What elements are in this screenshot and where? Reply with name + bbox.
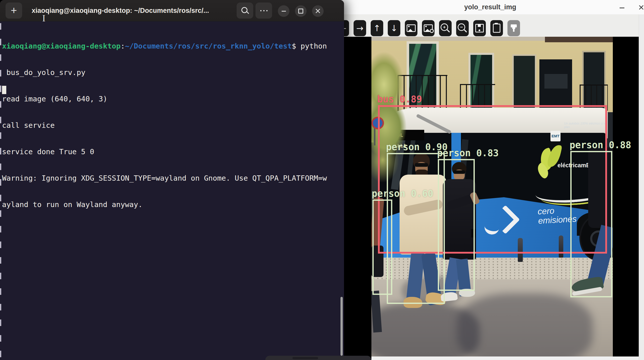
bottom-scrollbar[interactable] [265, 356, 371, 360]
zoom-in-button[interactable]: + [439, 20, 452, 36]
yolo-result-photo: M1 SOL SEVILLA EMT Un autobús 100% eléct… [371, 37, 613, 356]
viewer-bottom-strip [371, 356, 639, 360]
viewer-title: yolo_result_img [336, 0, 644, 14]
prompt-command: $ python [292, 42, 327, 50]
properties-button[interactable] [507, 20, 520, 36]
viewer-titlebar[interactable]: yolo_result_img [336, 0, 644, 15]
detection-box [570, 151, 612, 297]
down-arrow-icon: ↓ [391, 24, 398, 32]
up-arrow-icon: ↑ [373, 24, 381, 32]
bottom-scrollbar-thumb[interactable] [292, 357, 318, 359]
zoom-in-icon: + [441, 23, 448, 31]
viewer-canvas: M1 SOL SEVILLA EMT Un autobús 100% eléct… [336, 37, 639, 356]
prompt-line: xiaoqiang@xiaoqiang-desktop:~/Documents/… [2, 42, 343, 51]
desktop-screen: yolo_result_img ← → ↑ ↓ + − [0, 0, 644, 360]
prompt-path: ~/Documents/ros/src/ros_rknn_yolo/test [125, 42, 292, 50]
prompt-user: xiaoqiang@xiaoqiang-desktop [2, 42, 120, 50]
paintbrush-icon [511, 24, 517, 32]
minimize-button[interactable] [278, 5, 289, 17]
detection-box [387, 153, 445, 304]
viewer-right-margin[interactable] [639, 14, 644, 360]
pan-down-button[interactable]: ↓ [388, 20, 400, 36]
detection-overlay: bus 0.89person 0.90person 0.83person 0.6… [371, 37, 613, 356]
terminal-output[interactable]: xiaoqiang@xiaoqiang-desktop:~/Documents/… [2, 24, 343, 227]
prompt-separator: : [120, 42, 125, 50]
detection-label: person 0.83 [437, 148, 499, 158]
terminal-line: call service [2, 121, 343, 130]
close-button[interactable] [312, 5, 324, 17]
image-icon [407, 24, 416, 32]
zoom-region-button[interactable] [422, 20, 435, 36]
zoom-fit-button[interactable] [405, 20, 417, 36]
pan-right-button[interactable]: → [354, 20, 366, 36]
close-icon[interactable] [638, 5, 644, 11]
maximize-button[interactable] [295, 5, 307, 17]
right-arrow-icon: → [356, 24, 364, 32]
terminal-title: xiaoqiang@xiaoqiang-desktop: ~/Documents… [32, 0, 209, 21]
new-tab-button[interactable]: + [6, 3, 22, 19]
terminal-line: bus_do_yolo_srv.py [2, 68, 343, 77]
minimize-icon [282, 11, 286, 12]
menu-button[interactable] [255, 3, 272, 19]
terminal-line: ayland to run on Wayland anyway. [2, 200, 343, 209]
pan-up-button[interactable]: ↑ [371, 20, 383, 36]
save-icon [475, 24, 484, 32]
save-button[interactable] [473, 20, 486, 36]
mouse-ibeam-cursor: I [42, 13, 46, 24]
detection-box [438, 159, 475, 291]
ellipsis-menu-icon [260, 10, 268, 11]
clipboard-icon [493, 24, 500, 33]
detection-label: person 0.60 [372, 188, 433, 199]
detection-label: bus 0.89 [377, 94, 422, 105]
search-button[interactable] [237, 3, 253, 19]
terminal-line: service done True 5 0 [2, 147, 343, 156]
viewer-toolbar: ← → ↑ ↓ + − [336, 14, 644, 37]
minimize-icon[interactable] [620, 8, 624, 8]
detection-label: person 0.88 [570, 140, 631, 150]
zoom-out-icon: − [458, 23, 465, 31]
zoom-out-button[interactable]: − [456, 20, 469, 36]
terminal-titlebar[interactable]: + xiaoqiang@xiaoqiang-desktop: ~/Documen… [0, 0, 344, 21]
image-viewer-window: yolo_result_img ← → ↑ ↓ + − [336, 0, 644, 360]
copy-button[interactable] [490, 20, 503, 36]
terminal-scrollbar-thumb[interactable] [340, 297, 343, 356]
terminal-window: + xiaoqiang@xiaoqiang-desktop: ~/Documen… [0, 0, 344, 360]
image-search-icon [424, 24, 433, 32]
terminal-cursor [2, 86, 6, 94]
terminal-line: Warning: Ignoring XDG_SESSION_TYPE=wayla… [2, 174, 343, 183]
search-icon [241, 7, 247, 13]
terminal-left-edge-ticks [0, 23, 1, 360]
detection-box [372, 199, 392, 295]
close-icon [315, 8, 321, 14]
maximize-icon [298, 9, 303, 14]
terminal-line: read image (640, 640, 3) [2, 95, 343, 103]
